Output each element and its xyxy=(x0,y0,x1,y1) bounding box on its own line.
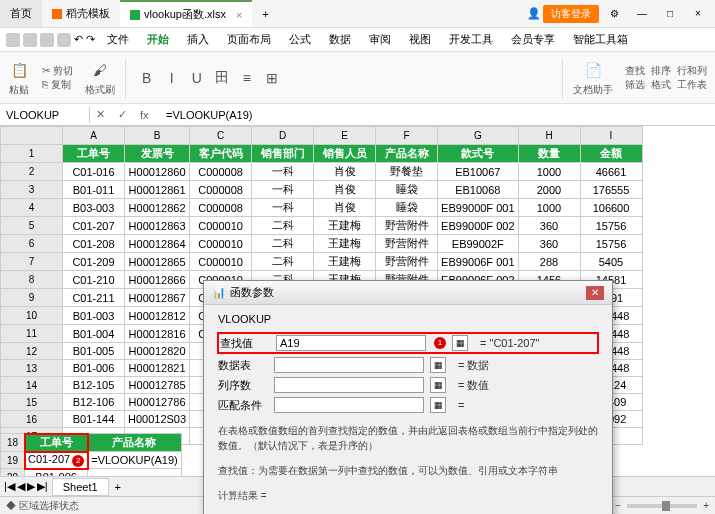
menu-insert[interactable]: 插入 xyxy=(181,30,215,49)
function-description: 在表格或数值数组的首列查找指定的数值，并由此返回表格或数组当前行中指定列处的数值… xyxy=(218,423,598,453)
param3-input[interactable] xyxy=(274,377,424,393)
param3-result: = 数值 xyxy=(458,378,489,393)
formula-bar: VLOOKUP ✕ ✓ fx =VLOOKUP(A19) xyxy=(0,104,715,126)
titlebar: 首页 稻壳模板 vlookup函数.xlsx× + 👤 访客登录 ⚙ — □ × xyxy=(0,0,715,28)
menu-review[interactable]: 审阅 xyxy=(363,30,397,49)
login-button[interactable]: 访客登录 xyxy=(543,5,599,23)
menu-smart[interactable]: 智能工具箱 xyxy=(567,30,634,49)
function-name: VLOOKUP xyxy=(218,313,598,325)
param2-result: = 数据 xyxy=(458,358,489,373)
copy-icon: ⎘ xyxy=(42,79,48,90)
ref-button-4[interactable]: ▦ xyxy=(430,397,446,413)
format-button[interactable]: 格式 xyxy=(651,78,671,92)
menubar: ↶ ↷ 文件 开始 插入 页面布局 公式 数据 审阅 视图 开发工具 会员专享 … xyxy=(0,28,715,52)
status-text: ◆ 区域选择状态 xyxy=(6,499,79,513)
brush-icon: 🖌 xyxy=(89,59,111,81)
sort-button[interactable]: 排序 xyxy=(651,64,671,78)
zoom-out-icon[interactable]: − xyxy=(615,500,621,511)
paste-group[interactable]: 📋粘贴 xyxy=(4,59,34,97)
cut-icon: ✂ xyxy=(42,65,50,76)
calc-result: 计算结果 = xyxy=(218,488,598,503)
menu-file[interactable]: 文件 xyxy=(101,30,135,49)
underline-icon[interactable]: U xyxy=(186,67,208,89)
close-icon[interactable]: × xyxy=(236,9,242,21)
function-args-dialog: 📊 函数参数 ✕ VLOOKUP 查找值 1 ▦ = "C01-207" 数据表… xyxy=(203,280,613,514)
cancel-fx-icon[interactable]: ✕ xyxy=(96,108,112,121)
user-icon[interactable]: 👤 xyxy=(527,7,541,20)
dialog-icon: 📊 xyxy=(212,286,226,299)
rowcol-button[interactable]: 行和列 xyxy=(677,64,707,78)
close-button[interactable]: × xyxy=(685,4,711,24)
param2-label: 数据表 xyxy=(218,358,268,373)
cut-button[interactable]: ✂ 剪切 xyxy=(42,64,73,78)
minimize-button[interactable]: — xyxy=(629,4,655,24)
menu-dev[interactable]: 开发工具 xyxy=(443,30,499,49)
menu-icon[interactable] xyxy=(6,33,20,47)
param4-result: = xyxy=(458,399,464,411)
preview-icon[interactable] xyxy=(57,33,71,47)
maximize-button[interactable]: □ xyxy=(657,4,683,24)
align-icon[interactable]: ≡ xyxy=(236,67,258,89)
redo-icon[interactable]: ↷ xyxy=(86,33,95,46)
fx-icon[interactable]: fx xyxy=(140,109,156,121)
italic-icon[interactable]: I xyxy=(161,67,183,89)
ref-button-2[interactable]: ▦ xyxy=(430,357,446,373)
copy-button[interactable]: ⎘ 复制 xyxy=(42,78,73,92)
dialog-titlebar[interactable]: 📊 函数参数 ✕ xyxy=(204,281,612,305)
param1-input[interactable] xyxy=(276,335,426,351)
zoom-in-icon[interactable]: + xyxy=(703,500,709,511)
param4-input[interactable] xyxy=(274,397,424,413)
param1-label: 查找值 xyxy=(220,336,270,351)
tab-file[interactable]: vlookup函数.xlsx× xyxy=(120,0,252,27)
param1-result: = "C01-207" xyxy=(480,337,540,349)
print-icon[interactable] xyxy=(40,33,54,47)
first-sheet-icon[interactable]: |◀ xyxy=(4,480,15,493)
menu-view[interactable]: 视图 xyxy=(403,30,437,49)
toolbar: 📋粘贴 ✂ 剪切 ⎘ 复制 🖌格式刷 B I U 田 ≡ ⊞ 📄文档助手 查找筛… xyxy=(0,52,715,104)
tab-template[interactable]: 稻壳模板 xyxy=(42,0,120,27)
formula-input[interactable]: =VLOOKUP(A19) xyxy=(162,107,715,123)
tab-home[interactable]: 首页 xyxy=(0,0,42,27)
bold-icon[interactable]: B xyxy=(136,67,158,89)
menu-start[interactable]: 开始 xyxy=(141,30,175,49)
param3-label: 列序数 xyxy=(218,378,268,393)
accept-fx-icon[interactable]: ✓ xyxy=(118,108,134,121)
tab-add[interactable]: + xyxy=(252,0,278,27)
next-sheet-icon[interactable]: ▶ xyxy=(27,480,35,493)
menu-vip[interactable]: 会员专享 xyxy=(505,30,561,49)
excel-icon xyxy=(130,10,140,20)
worksheet-button[interactable]: 工作表 xyxy=(677,78,707,92)
add-sheet-button[interactable]: + xyxy=(109,481,127,493)
param-description: 查找值：为需要在数据第一列中查找的数值，可以为数值、引用或文本字符串 xyxy=(218,463,598,478)
ref-button-1[interactable]: ▦ xyxy=(452,335,468,351)
doc-assist[interactable]: 📄文档助手 xyxy=(569,59,617,97)
find-button[interactable]: 查找 xyxy=(625,64,645,78)
border-icon[interactable]: 田 xyxy=(211,67,233,89)
assist-icon: 📄 xyxy=(582,59,604,81)
menu-layout[interactable]: 页面布局 xyxy=(221,30,277,49)
filter-button[interactable]: 筛选 xyxy=(625,78,645,92)
zoom-slider[interactable] xyxy=(627,504,697,508)
template-icon xyxy=(52,9,62,19)
menu-data[interactable]: 数据 xyxy=(323,30,357,49)
prev-sheet-icon[interactable]: ◀ xyxy=(17,480,25,493)
dialog-close-button[interactable]: ✕ xyxy=(586,286,604,300)
sheet-tab[interactable]: Sheet1 xyxy=(52,478,109,496)
save-icon[interactable] xyxy=(23,33,37,47)
param4-label: 匹配条件 xyxy=(218,398,268,413)
ref-button-3[interactable]: ▦ xyxy=(430,377,446,393)
menu-formula[interactable]: 公式 xyxy=(283,30,317,49)
paste-icon: 📋 xyxy=(8,59,30,81)
format-painter[interactable]: 🖌格式刷 xyxy=(81,59,119,97)
merge-icon[interactable]: ⊞ xyxy=(261,67,283,89)
badge-1: 1 xyxy=(434,337,446,349)
name-box[interactable]: VLOOKUP xyxy=(0,107,90,123)
last-sheet-icon[interactable]: ▶| xyxy=(37,480,48,493)
param2-input[interactable] xyxy=(274,357,424,373)
undo-icon[interactable]: ↶ xyxy=(74,33,83,46)
settings-icon[interactable]: ⚙ xyxy=(601,4,627,24)
